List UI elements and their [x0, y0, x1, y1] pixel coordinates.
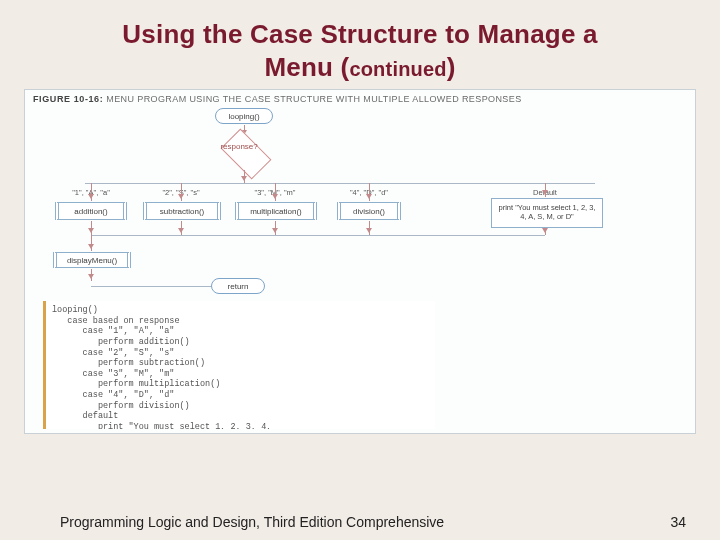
start-label: looping()	[228, 112, 259, 121]
arrow-merge5	[545, 229, 546, 235]
arrow-case2	[181, 183, 182, 201]
title-line2-post: )	[447, 52, 456, 82]
figure-caption-text: MENU PROGRAM USING THE CASE STRUCTURE WI…	[106, 94, 521, 104]
decision-label: response?	[220, 142, 257, 151]
arrow-merge2	[181, 221, 182, 235]
process-subtraction-label: subtraction()	[160, 207, 204, 216]
default-print-text: print "You must select 1, 2, 3, 4, A, S,…	[496, 204, 598, 221]
pseudocode-block: looping() case based on response case "1…	[43, 301, 435, 429]
process-division: division()	[337, 202, 401, 220]
process-addition-label: addition()	[74, 207, 107, 216]
process-multiplication: multiplication()	[235, 202, 317, 220]
figure-label: FIGURE 10-16:	[33, 94, 103, 104]
process-default-print: print "You must select 1, 2, 3, 4, A, S,…	[491, 198, 603, 228]
terminator-return: return	[211, 278, 265, 294]
figure-panel: FIGURE 10-16: MENU PROGRAM USING THE CAS…	[24, 89, 696, 434]
merge-bus	[91, 235, 545, 236]
arrow-case4	[369, 183, 370, 201]
flowchart: looping() response? "1", "A", "a" additi…	[25, 108, 695, 298]
terminator-start: looping()	[215, 108, 273, 124]
footer-page: 34	[670, 514, 686, 530]
arrow-to-return	[91, 269, 92, 281]
case-bus	[85, 183, 595, 184]
process-division-label: division()	[353, 207, 385, 216]
arrow-merge3	[275, 221, 276, 235]
title-line1: Using the Case Structure to Manage a	[122, 19, 597, 49]
footer-text: Programming Logic and Design, Third Edit…	[60, 514, 444, 530]
footer: Programming Logic and Design, Third Edit…	[0, 514, 720, 530]
figure-caption: FIGURE 10-16: MENU PROGRAM USING THE CAS…	[25, 90, 695, 104]
arrow-case1	[91, 183, 92, 201]
arrow-case3	[275, 183, 276, 201]
return-label: return	[228, 282, 249, 291]
arrow-default	[545, 183, 546, 197]
displaymenu-label: displayMenu()	[67, 256, 117, 265]
decision-response: response?	[221, 129, 272, 180]
title-continued: continued	[349, 58, 446, 80]
process-subtraction: subtraction()	[143, 202, 221, 220]
arrow-to-display	[91, 235, 92, 251]
arrow-return-h	[91, 286, 211, 287]
process-displaymenu: displayMenu()	[53, 252, 131, 268]
slide-container: Using the Case Structure to Manage a Men…	[0, 0, 720, 540]
arrow-merge4	[369, 221, 370, 235]
title-line2-pre: Menu (	[264, 52, 349, 82]
process-addition: addition()	[55, 202, 127, 220]
slide-title: Using the Case Structure to Manage a Men…	[24, 18, 696, 83]
process-multiplication-label: multiplication()	[250, 207, 302, 216]
arrow-decision-down	[244, 170, 245, 183]
arrow-merge1	[91, 221, 92, 235]
